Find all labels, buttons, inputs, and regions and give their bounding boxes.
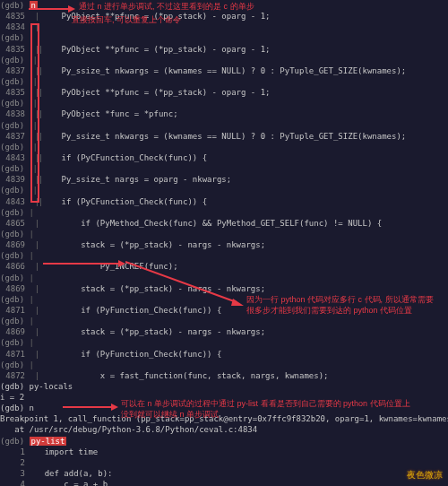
gdb-line[interactable]: (gdb) || [0, 142, 448, 152]
code-line: 4835 || PyObject **pfunc = (*pp_stack) -… [0, 44, 448, 55]
gdb-line[interactable]: (gdb) | [0, 229, 448, 239]
watermark: 夜色微凉 [407, 469, 443, 482]
output-line: at /usr/src/debug/Python-3.6.8/Python/ce… [0, 424, 448, 435]
gdb-line[interactable]: (gdb) || [0, 98, 448, 108]
gdb-line[interactable]: (gdb) | [0, 316, 448, 326]
gdb-line[interactable]: (gdb) | [0, 273, 448, 283]
annotation-mid-2: 很多步才能到我们需要到达的 python 代码位置 [246, 305, 444, 316]
annotation-enter: 直接按回车, 可以重复上个命令 [72, 14, 181, 25]
annotation-pylist-2: 没到就可以继续 n 单步调试 [121, 409, 444, 420]
py-list-line: 4 c = a + b [0, 479, 448, 486]
gdb-line[interactable]: (gdb) || [0, 76, 448, 87]
code-line: 4843 || if (PyCFunction_Check(func)) { [0, 196, 448, 207]
gdb-line[interactable]: (gdb) | [0, 360, 448, 370]
code-line: 4866 | Py_INCREF(func); [0, 261, 448, 272]
code-line: 4837 || Py_ssize_t nkwargs = (kwnames ==… [0, 131, 448, 142]
code-line: 4871 | if (PyFunction_Check(func)) { [0, 349, 448, 360]
gdb-line[interactable]: (gdb) || [0, 163, 448, 174]
code-line: 4839 || Py_ssize_t nargs = oparg - nkwar… [0, 174, 448, 185]
gdb-line[interactable]: (gdb) | [0, 207, 448, 218]
annotation-mid-1: 因为一行 python 代码对应多行 c 代码, 所以通常需要 [246, 294, 444, 305]
output-line: (gdb) py-locals [0, 381, 448, 392]
code-line: 4843 || if (PyCFunction_Check(func)) { [0, 152, 448, 163]
code-line: 4835 | PyObject **pfunc = (*pp_stack) - … [0, 11, 448, 22]
code-line: 4872 | x = fast_function(func, stack, na… [0, 370, 448, 381]
code-line: 4865 | if (PyMethod_Check(func) && PyMet… [0, 218, 448, 229]
gdb-line[interactable]: (gdb) | [0, 250, 448, 261]
py-list-line: 3 def add(a, b): [0, 468, 448, 479]
gdb-line[interactable]: (gdb) | [0, 32, 448, 43]
py-list-line: 1 import time [0, 447, 448, 457]
code-line: 4838 || PyObject *func = *pfunc; [0, 108, 448, 119]
code-line: 4835 || PyObject **pfunc = (*pp_stack) -… [0, 87, 448, 98]
annotation-top: 通过 n 进行单步调试, 不过这里看到的是 c 的单步 [79, 1, 254, 12]
py-list-line: 2 [0, 457, 448, 468]
code-line: 4869 | stack = (*pp_stack) - nargs - nkw… [0, 239, 448, 250]
gdb-line[interactable]: (gdb) || [0, 185, 448, 195]
code-line: 4869 | stack = (*pp_stack) - nargs - nkw… [0, 326, 448, 337]
annotation-pylist-1: 可以在 n 单步调试的过程中通过 py-list 看看是否到自己需要的 pyth… [121, 398, 444, 409]
gdb-line[interactable]: (gdb) py-list [0, 436, 448, 447]
gdb-line[interactable]: (gdb) || [0, 55, 448, 65]
gdb-line[interactable]: (gdb) || [0, 120, 448, 131]
code-line: 4834 | [0, 22, 448, 32]
code-line: 4869 | stack = (*pp_stack) - nargs - nkw… [0, 283, 448, 294]
gdb-line[interactable]: (gdb) | [0, 337, 448, 348]
code-line: 4837 || Py_ssize_t nkwargs = (kwnames ==… [0, 65, 448, 76]
